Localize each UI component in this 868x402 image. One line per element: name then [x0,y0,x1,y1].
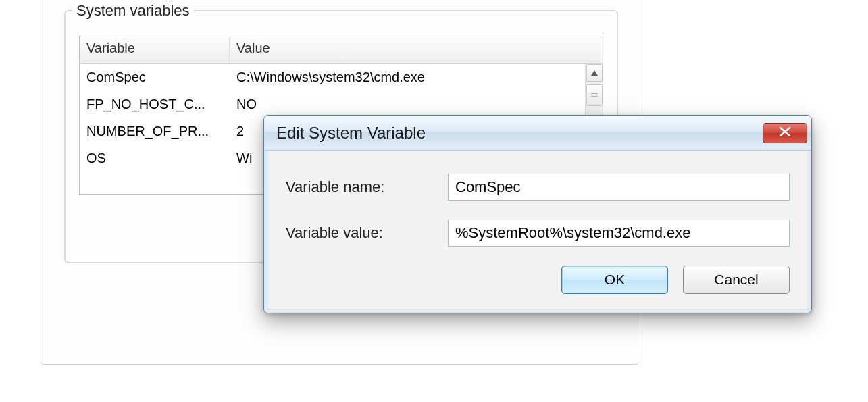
table-header: Variable Value [80,36,603,64]
close-button[interactable] [763,123,807,143]
variable-name-input[interactable] [448,174,790,201]
svg-marker-0 [591,70,598,76]
cancel-button[interactable]: Cancel [683,266,790,294]
svg-rect-2 [591,95,598,95]
variable-value-label: Variable value: [286,224,448,242]
column-header-variable[interactable]: Variable [80,36,230,63]
close-icon [778,126,792,140]
scroll-up-icon[interactable] [586,64,603,82]
table-row[interactable]: ComSpec C:\Windows\system32\cmd.exe [80,64,603,91]
variable-value-row: Variable value: [286,220,790,247]
edit-system-variable-dialog: Edit System Variable Variable name: Vari… [263,115,812,313]
cell-variable: OS [80,148,230,169]
svg-rect-1 [591,93,598,94]
group-legend: System variables [72,2,194,19]
column-header-value[interactable]: Value [230,36,603,63]
scroll-thumb[interactable] [586,84,603,106]
table-row[interactable]: FP_NO_HOST_C... NO [80,91,603,118]
cell-variable: ComSpec [80,67,230,88]
cell-variable: NUMBER_OF_PR... [80,121,230,142]
cell-value: NO [230,94,603,115]
dialog-title: Edit System Variable [276,124,763,143]
titlebar[interactable]: Edit System Variable [264,116,811,151]
variable-name-row: Variable name: [286,174,790,201]
dialog-body: Variable name: Variable value: OK Cancel [264,151,811,313]
cell-value: C:\Windows\system32\cmd.exe [230,67,603,88]
variable-name-label: Variable name: [286,178,448,196]
variable-value-input[interactable] [448,220,790,247]
dialog-button-row: OK Cancel [286,266,790,294]
cell-variable: FP_NO_HOST_C... [80,94,230,115]
svg-rect-3 [591,96,598,97]
ok-button[interactable]: OK [561,266,668,294]
